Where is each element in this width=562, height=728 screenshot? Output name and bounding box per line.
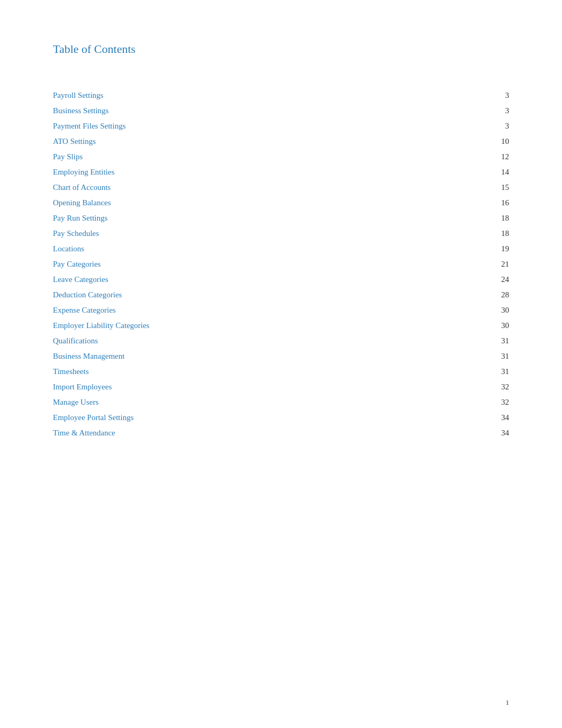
toc-item: Pay Schedules18	[53, 226, 509, 241]
toc-item-page: 16	[496, 198, 509, 207]
toc-item-label[interactable]: Pay Run Settings	[53, 214, 107, 223]
toc-item: Qualifications31	[53, 333, 509, 349]
toc-item: Employee Portal Settings34	[53, 410, 509, 425]
toc-item: ATO Settings10	[53, 134, 509, 149]
toc-item-page: 31	[496, 367, 509, 376]
toc-item-label[interactable]: Manage Users	[53, 398, 98, 407]
toc-list: Payroll Settings3Business Settings3Payme…	[53, 88, 509, 441]
toc-item: Import Employees32	[53, 379, 509, 395]
toc-item-page: 31	[496, 352, 509, 361]
toc-item: Opening Balances16	[53, 195, 509, 211]
toc-item-page: 18	[496, 229, 509, 238]
toc-item-label[interactable]: Time & Attendance	[53, 429, 115, 438]
toc-item: Locations19	[53, 241, 509, 257]
toc-item: Expense Categories30	[53, 303, 509, 318]
toc-item-dots	[100, 143, 492, 144]
toc-item-dots	[113, 113, 492, 113]
toc-item-dots	[115, 189, 492, 190]
toc-item-page: 10	[496, 137, 509, 146]
toc-item-page: 24	[496, 275, 509, 284]
toc-item: Employer Liability Categories30	[53, 318, 509, 333]
toc-item: Payment Files Settings3	[53, 119, 509, 134]
toc-item-dots	[138, 420, 492, 420]
toc-item-page: 34	[496, 429, 509, 438]
toc-item: Manage Users32	[53, 395, 509, 410]
page-footer-number: 1	[506, 698, 510, 707]
toc-item-dots	[93, 374, 492, 374]
toc-item-label[interactable]: ATO Settings	[53, 137, 96, 146]
toc-item-page: 3	[496, 122, 509, 131]
toc-item-page: 28	[496, 290, 509, 299]
toc-item-page: 12	[496, 152, 509, 161]
toc-item-label[interactable]: Employee Portal Settings	[53, 413, 133, 422]
toc-item-dots	[87, 159, 492, 159]
toc-item: Payroll Settings3	[53, 88, 509, 103]
toc-item-label[interactable]: Employer Liability Categories	[53, 321, 149, 330]
toc-item-page: 30	[496, 306, 509, 315]
toc-item-label[interactable]: Pay Categories	[53, 260, 101, 269]
toc-item-label[interactable]: Timesheets	[53, 367, 89, 376]
toc-item-page: 32	[496, 398, 509, 407]
toc-item-dots	[115, 205, 492, 205]
toc-item-dots	[103, 235, 492, 236]
toc-item-page: 21	[496, 260, 509, 269]
toc-item-label[interactable]: Import Employees	[53, 383, 112, 392]
toc-item-page: 3	[496, 91, 509, 100]
toc-item: Business Management31	[53, 349, 509, 364]
toc-item-dots	[107, 97, 492, 98]
toc-item-label[interactable]: Pay Slips	[53, 152, 83, 161]
toc-item: Business Settings3	[53, 103, 509, 119]
toc-item: Employing Entities14	[53, 165, 509, 180]
toc-item-page: 34	[496, 413, 509, 422]
toc-item-page: 30	[496, 321, 509, 330]
toc-item-dots	[102, 343, 492, 343]
toc-item-dots	[116, 389, 492, 389]
toc-item-label[interactable]: Pay Schedules	[53, 229, 99, 238]
toc-item-page: 32	[496, 383, 509, 392]
toc-item-dots	[120, 312, 492, 313]
toc-item: Deduction Categories28	[53, 287, 509, 303]
toc-item-page: 3	[496, 106, 509, 115]
toc-item-label[interactable]: Payroll Settings	[53, 91, 103, 100]
toc-item-label[interactable]: Locations	[53, 244, 84, 253]
toc-item-label[interactable]: Qualifications	[53, 336, 98, 345]
toc-item-dots	[129, 358, 492, 359]
toc-item-label[interactable]: Payment Files Settings	[53, 122, 126, 131]
toc-item-page: 18	[496, 214, 509, 223]
toc-item-label[interactable]: Leave Categories	[53, 275, 108, 284]
toc-item-dots	[120, 435, 492, 435]
toc-item-page: 19	[496, 244, 509, 253]
toc-item-label[interactable]: Opening Balances	[53, 198, 111, 207]
toc-item: Pay Slips12	[53, 149, 509, 165]
toc-item: Leave Categories24	[53, 272, 509, 287]
toc-item-page: 15	[496, 183, 509, 192]
toc-item-dots	[113, 281, 492, 282]
toc-item-label[interactable]: Expense Categories	[53, 306, 116, 315]
toc-item-dots	[126, 297, 492, 297]
page-title: Table of Contents	[53, 42, 509, 56]
toc-item-label[interactable]: Employing Entities	[53, 168, 114, 177]
toc-item-dots	[130, 128, 492, 129]
toc-item-dots	[119, 174, 492, 175]
toc-item-dots	[153, 327, 492, 328]
toc-item-page: 14	[496, 168, 509, 177]
toc-item-dots	[105, 266, 492, 267]
toc-item: Pay Categories21	[53, 257, 509, 272]
toc-item-page: 31	[496, 336, 509, 345]
toc-item: Pay Run Settings18	[53, 211, 509, 226]
toc-item: Timesheets31	[53, 364, 509, 379]
toc-item-dots	[103, 404, 492, 405]
toc-item: Chart of Accounts15	[53, 180, 509, 195]
toc-item-dots	[88, 251, 492, 251]
toc-item-label[interactable]: Business Management	[53, 352, 124, 361]
toc-item: Time & Attendance34	[53, 425, 509, 441]
toc-item-dots	[112, 220, 492, 221]
toc-item-label[interactable]: Deduction Categories	[53, 290, 122, 299]
toc-item-label[interactable]: Chart of Accounts	[53, 183, 111, 192]
toc-item-label[interactable]: Business Settings	[53, 106, 108, 115]
